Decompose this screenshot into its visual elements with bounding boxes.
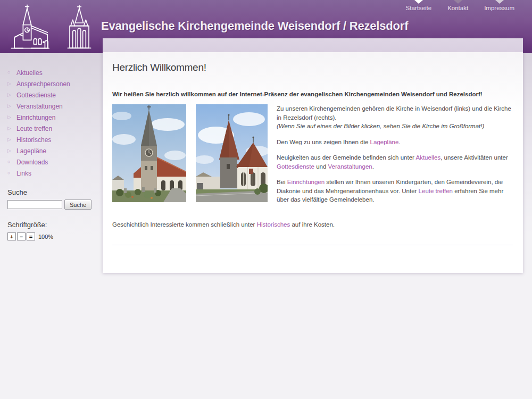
paragraph: Bei Einrichtungen stellen wir Ihnen unse… xyxy=(277,178,513,204)
nav-pointer-icon xyxy=(454,0,462,4)
weisendorf-church-photo[interactable] xyxy=(112,104,186,202)
sidebar-item-label: Links xyxy=(16,170,31,177)
search-form: Suche xyxy=(7,200,103,210)
text-segment: Bei xyxy=(277,179,287,185)
inline-link[interactable]: Veranstaltungen xyxy=(328,163,372,170)
intro-text: Wir heißen Sie herzlich willkommen auf d… xyxy=(112,91,513,97)
sidebar-item-label: Downloads xyxy=(16,159,48,166)
bullet-circle-icon: ○ xyxy=(7,171,14,176)
sidebar-item-label: Einrichtungen xyxy=(16,114,55,121)
fontsize-controls: + − = 100% xyxy=(7,232,103,240)
text-segment: . xyxy=(398,139,400,145)
text-segment: Neuigkeiten aus der Gemeinde befinden si… xyxy=(277,154,415,161)
inline-link[interactable]: Einrichtungen xyxy=(287,179,325,185)
nav-item-kontakt[interactable]: Kontakt xyxy=(439,0,476,15)
card-top-band xyxy=(103,38,523,52)
weisendorf-church-logo-icon xyxy=(4,3,50,52)
welcome-heading: Herzlich Willkommen! xyxy=(112,62,513,73)
inline-link[interactable]: Gottesdienste xyxy=(277,163,314,170)
sidebar-item[interactable]: ▷Einrichtungen xyxy=(7,112,103,123)
content-divider xyxy=(112,245,513,245)
sidebar-item[interactable]: ▷Leute treffen xyxy=(7,123,103,134)
fontsize-reset-button[interactable]: = xyxy=(27,232,35,240)
inline-link[interactable]: Historisches xyxy=(257,221,290,228)
logo-group xyxy=(4,3,98,52)
sidebar-menu: ○Aktuelles▷Ansprechpersonen▷Gottesdienst… xyxy=(7,67,103,179)
sidebar-item[interactable]: ○Downloads xyxy=(7,156,103,168)
sidebar-item[interactable]: ○Aktuelles xyxy=(7,67,103,78)
nav-item-startseite[interactable]: Startseite xyxy=(398,0,440,15)
text-segment: , unsere Aktivitäten unter xyxy=(440,154,508,161)
bullet-triangle-icon: ▷ xyxy=(7,93,14,97)
fontsize-heading: Schriftgröße: xyxy=(7,221,103,229)
welcome-text-column: Zu unseren Kirchengemeinden gehören die … xyxy=(277,104,513,211)
sidebar-item-label: Gottesdienste xyxy=(16,92,56,99)
text-segment: Geschichtlich Interessierte kommen schli… xyxy=(112,221,257,228)
paragraph-note: (Wenn Sie auf eines der Bilder klicken, … xyxy=(277,122,513,131)
active-page-pointer-icon xyxy=(414,0,423,4)
text-segment: Zu unseren Kirchengemeinden gehören die … xyxy=(277,105,511,121)
text-segment: Den Weg zu uns zeigen Ihnen die xyxy=(277,139,370,145)
text-segment: auf ihre Kosten. xyxy=(290,221,335,228)
bullet-triangle-icon: ▷ xyxy=(7,148,14,153)
bullet-circle-icon: ○ xyxy=(7,160,14,164)
paragraph: Neuigkeiten aus der Gemeinde befinden si… xyxy=(277,153,513,171)
fontsize-increase-button[interactable]: + xyxy=(7,232,16,240)
nav-item-label: Impressum xyxy=(484,5,514,11)
search-button[interactable]: Suche xyxy=(64,200,92,210)
sidebar: ○Aktuelles▷Ansprechpersonen▷Gottesdienst… xyxy=(0,53,103,240)
sidebar-item[interactable]: ▷Historisches xyxy=(7,134,103,145)
sidebar-item-label: Lagepläne xyxy=(16,147,46,155)
paragraph: Geschichtlich Interessierte kommen schli… xyxy=(112,220,513,229)
rezelsdorf-church-logo-icon xyxy=(61,3,98,52)
bullet-triangle-icon: ▷ xyxy=(7,81,14,86)
bullet-triangle-icon: ▷ xyxy=(7,115,14,120)
bullet-triangle-icon: ▷ xyxy=(7,137,14,142)
search-heading: Suche xyxy=(7,188,103,196)
bullet-triangle-icon: ▷ xyxy=(7,126,14,131)
nav-item-label: Startseite xyxy=(406,5,432,11)
top-navigation: Startseite Kontakt Impressum xyxy=(398,0,522,15)
sidebar-item[interactable]: ▷Veranstaltungen xyxy=(7,101,103,112)
sidebar-item-label: Ansprechpersonen xyxy=(16,80,70,88)
sidebar-item-label: Veranstaltungen xyxy=(16,103,63,110)
fontsize-current-value: 100% xyxy=(38,234,53,240)
text-segment: und xyxy=(314,163,328,170)
bullet-triangle-icon: ▷ xyxy=(7,104,14,109)
sidebar-item-label: Aktuelles xyxy=(16,69,43,77)
sidebar-item-label: Leute treffen xyxy=(16,125,52,132)
fontsize-decrease-button[interactable]: − xyxy=(17,232,26,240)
sidebar-item-label: Historisches xyxy=(16,136,51,144)
content-card: Herzlich Willkommen! Wir heißen Sie herz… xyxy=(103,38,523,273)
search-input[interactable] xyxy=(7,200,62,209)
sidebar-item[interactable]: ▷Gottesdienste xyxy=(7,89,103,101)
paragraph: Zu unseren Kirchengemeinden gehören die … xyxy=(277,104,513,122)
inline-link[interactable]: Aktuelles xyxy=(415,154,440,161)
text-segment: . xyxy=(372,163,374,170)
inline-link[interactable]: Lagepläne xyxy=(370,139,399,145)
bullet-circle-icon: ○ xyxy=(7,70,14,75)
sidebar-item[interactable]: ○Links xyxy=(7,168,103,179)
page-title: Evangelische Kirchengemeinde Weisendorf … xyxy=(101,19,408,33)
sidebar-item[interactable]: ▷Lagepläne xyxy=(7,145,103,156)
sidebar-item[interactable]: ▷Ansprechpersonen xyxy=(7,78,103,89)
nav-item-label: Kontakt xyxy=(447,5,468,11)
paragraph: Den Weg zu uns zeigen Ihnen die Lageplän… xyxy=(277,138,513,147)
nav-pointer-icon xyxy=(495,0,504,4)
text-segment: (Wenn Sie auf eines der Bilder klicken, … xyxy=(277,123,484,129)
rezelsdorf-church-photo[interactable] xyxy=(196,104,268,202)
nav-item-impressum[interactable]: Impressum xyxy=(476,0,522,15)
inline-link[interactable]: Leute treffen xyxy=(419,188,453,194)
